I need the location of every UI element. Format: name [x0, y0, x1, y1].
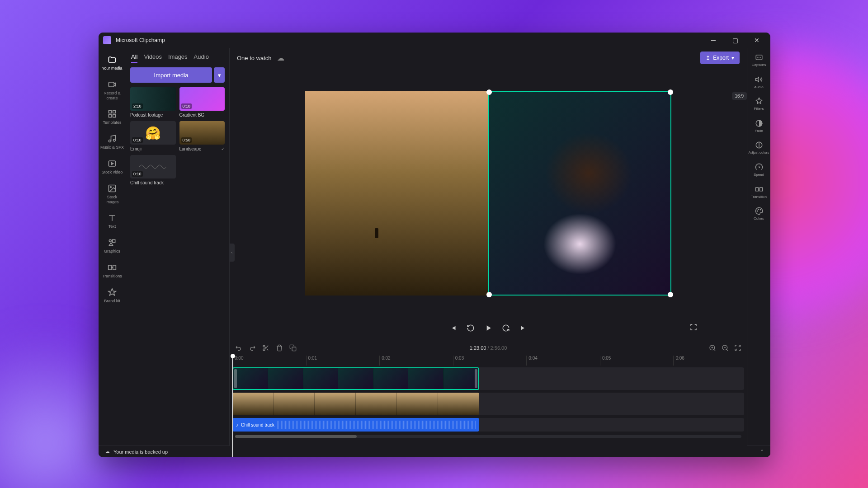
media-item-podcast[interactable]: 2:10 Podcast footage [130, 87, 176, 117]
music-icon [108, 134, 117, 143]
timeline-ruler[interactable]: 0:00 0:01 0:02 0:03 0:04 0:05 0:06 [230, 356, 747, 366]
media-item-gradient[interactable]: 0:10 Gradient BG [179, 87, 225, 117]
track-audio[interactable]: ♪ Chill sound track [232, 418, 744, 432]
fullscreen-button[interactable] [690, 324, 697, 333]
svg-point-26 [760, 209, 761, 210]
track-video-1[interactable] [232, 367, 744, 390]
nav-music[interactable]: Music & SFX [100, 131, 124, 153]
clip-podcast[interactable] [232, 367, 479, 390]
duplicate-button[interactable] [289, 344, 297, 352]
project-title[interactable]: One to watch [237, 55, 272, 61]
nav-your-media[interactable]: Your media [100, 52, 124, 74]
rail-adjust-colors[interactable]: Adjust colors [749, 138, 769, 158]
svg-rect-1 [109, 111, 112, 113]
cloud-sync-icon[interactable]: ☁ [277, 54, 284, 62]
left-nav: Your media Record & create Templates Mus… [99, 48, 126, 457]
svg-rect-23 [760, 188, 762, 191]
clip-trim-right[interactable] [475, 369, 477, 388]
check-icon: ✓ [221, 146, 225, 151]
rail-captions[interactable]: Captions [749, 51, 769, 70]
svg-rect-4 [113, 115, 116, 117]
canvas-clip-podcast-selected[interactable] [488, 91, 671, 296]
maximize-button[interactable]: ▢ [726, 34, 744, 46]
minimize-button[interactable]: ─ [704, 34, 722, 46]
status-text: Your media is backed up [113, 449, 168, 455]
timeline-scrollbar[interactable] [235, 435, 741, 438]
media-item-landscape[interactable]: 0:50 Landscape✓ [179, 121, 225, 151]
zoom-fit-button[interactable] [734, 344, 741, 352]
svg-point-9 [110, 187, 112, 188]
aspect-ratio-badge[interactable]: 16:9 [732, 92, 747, 100]
svg-point-14 [263, 345, 265, 347]
rewind-5-button[interactable] [467, 324, 475, 332]
svg-point-6 [113, 139, 116, 141]
svg-rect-19 [756, 55, 762, 60]
svg-rect-22 [755, 188, 758, 191]
nav-stock-images[interactable]: Stock images [100, 181, 124, 207]
clip-trim-left[interactable] [234, 369, 237, 388]
clip-audio[interactable]: ♪ Chill sound track [232, 418, 479, 432]
chevron-up-icon[interactable]: ⌃ [760, 449, 764, 455]
svg-rect-12 [108, 265, 112, 270]
media-item-emoji[interactable]: 🤗0:10 Emoji [130, 121, 176, 151]
export-button[interactable]: ↥ Export ▾ [700, 52, 740, 64]
media-panel: All Videos Images Audio Import media ▾ 2… [126, 48, 230, 457]
skip-forward-button[interactable] [519, 324, 527, 332]
resize-handle-br[interactable] [668, 292, 673, 297]
skip-back-button[interactable] [449, 324, 458, 332]
tab-videos[interactable]: Videos [144, 53, 162, 63]
nav-graphics[interactable]: Graphics [100, 235, 124, 257]
app-title: Microsoft Clipchamp [116, 37, 704, 43]
undo-button[interactable] [235, 344, 242, 352]
close-button[interactable]: ✕ [748, 34, 766, 46]
clip-landscape[interactable] [232, 393, 479, 415]
rail-transition[interactable]: Transition [749, 183, 769, 202]
nav-record[interactable]: Record & create [100, 77, 124, 103]
rail-fade[interactable]: Fade [749, 117, 769, 136]
nav-text[interactable]: Text [100, 211, 124, 232]
redo-button[interactable] [249, 344, 256, 352]
timeline-time: 1:23.00 / 2:56.00 [470, 345, 507, 351]
track-video-2[interactable] [232, 393, 744, 415]
chevron-down-icon: ▾ [731, 55, 734, 61]
app-window: Microsoft Clipchamp ─ ▢ ✕ Your media Rec… [99, 33, 770, 457]
zoom-in-button[interactable] [709, 344, 716, 352]
templates-icon [108, 109, 117, 118]
resize-handle-tr[interactable] [668, 89, 673, 95]
preview-canvas[interactable] [305, 91, 671, 296]
import-media-button[interactable]: Import media [130, 67, 212, 83]
tab-audio[interactable]: Audio [194, 53, 209, 63]
playhead[interactable] [232, 356, 233, 457]
media-item-audio[interactable]: 0:10 Chill sound track [130, 155, 176, 185]
nav-templates[interactable]: Templates [100, 107, 124, 128]
split-button[interactable] [262, 344, 269, 352]
play-button[interactable] [484, 324, 493, 333]
resize-handle-tl[interactable] [486, 89, 492, 95]
zoom-out-button[interactable] [722, 344, 729, 352]
rail-speed[interactable]: Speed [749, 160, 769, 180]
import-media-dropdown[interactable]: ▾ [214, 67, 225, 83]
forward-5-button[interactable] [502, 324, 510, 332]
svg-point-25 [758, 209, 759, 210]
resize-handle-bl[interactable] [486, 292, 492, 297]
canvas-clip-landscape[interactable] [305, 91, 488, 296]
nav-transitions[interactable]: Transitions [100, 260, 124, 282]
rail-audio[interactable]: Audio [749, 73, 769, 92]
nav-stock-video[interactable]: Stock video [100, 156, 124, 178]
transition-icon [755, 185, 763, 193]
palette-icon [755, 207, 763, 215]
main-area: ‹ One to watch ☁ ↥ Export ▾ 16:9 [230, 48, 747, 457]
rail-colors[interactable]: Colors [749, 204, 769, 224]
preview-area: 16:9 [230, 68, 747, 319]
text-icon [108, 213, 117, 222]
nav-brand-kit[interactable]: Brand kit [100, 285, 124, 306]
folder-icon [108, 55, 117, 64]
tab-images[interactable]: Images [168, 53, 188, 63]
delete-button[interactable] [276, 344, 283, 352]
waveform-icon [277, 421, 476, 429]
music-note-icon: ♪ [236, 422, 238, 427]
svg-rect-0 [109, 82, 114, 87]
tab-all[interactable]: All [131, 53, 137, 63]
rail-filters[interactable]: Filters [749, 94, 769, 114]
svg-point-15 [263, 349, 265, 351]
